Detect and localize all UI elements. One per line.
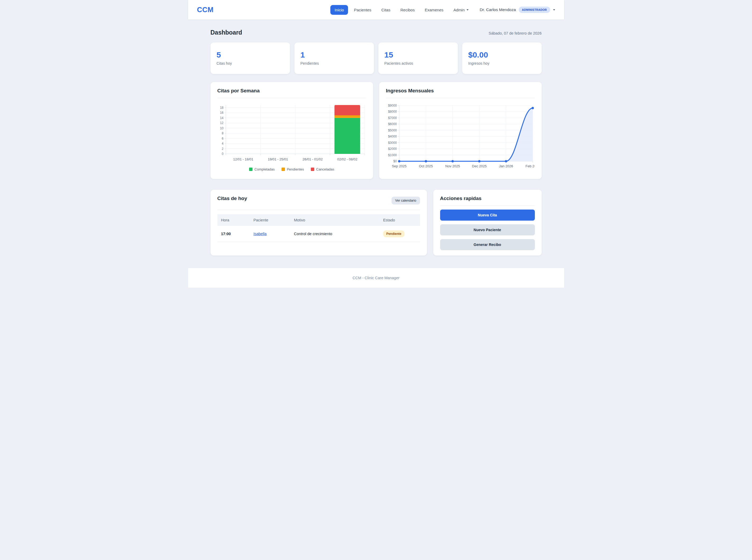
stat-value: 1 <box>301 51 368 59</box>
stats-row: 5 Citas hoy 1 Pendientes 15 Pacientes ac… <box>210 42 542 74</box>
svg-text:Jan 2026: Jan 2026 <box>499 164 513 168</box>
svg-text:10: 10 <box>220 126 223 130</box>
bottom-row: Citas de hoy Ver calendario Hora Pacient… <box>210 190 542 256</box>
generate-receipt-button[interactable]: Generar Recibo <box>440 239 535 250</box>
status-badge: Pendiente <box>383 231 405 237</box>
todays-appointments-card: Citas de hoy Ver calendario Hora Pacient… <box>210 190 427 256</box>
svg-text:Nov 2025: Nov 2025 <box>445 164 460 168</box>
new-patient-button[interactable]: Nuevo Paciente <box>440 224 535 235</box>
quick-actions-card: Acciones rapidas Nueva Cita Nuevo Pacien… <box>433 190 542 256</box>
stat-card-citas-hoy: 5 Citas hoy <box>210 42 290 74</box>
chart-title: Citas por Semana <box>218 88 366 94</box>
new-appointment-button[interactable]: Nueva Cita <box>440 209 535 221</box>
nav-item-label: Examenes <box>425 8 444 12</box>
table-row: 17:00 Isabella Control de crecimiento Pe… <box>218 226 420 242</box>
svg-text:26/01 - 01/02: 26/01 - 01/02 <box>302 157 323 161</box>
legend-swatch <box>311 167 314 171</box>
svg-text:$7000: $7000 <box>388 116 397 120</box>
nav-item-recibos[interactable]: Recibos <box>396 5 419 15</box>
stat-label: Ingresos hoy <box>468 61 536 65</box>
appointments-table: Hora Paciente Motivo Estado 17:00 Isabel… <box>218 214 420 242</box>
chevron-down-icon <box>467 9 469 11</box>
app-footer: CCM - Clinic Care Manager <box>188 268 564 288</box>
user-name[interactable]: Dr. Carlos Mendoza <box>480 7 516 12</box>
svg-text:$1000: $1000 <box>388 153 397 157</box>
page-head: Dashboard Sábado, 07 de febrero de 2026 <box>210 29 542 36</box>
svg-text:$6000: $6000 <box>388 122 397 126</box>
nav-item-examenes[interactable]: Examenes <box>421 5 448 15</box>
footer-text: CCM - Clinic Care Manager <box>352 276 400 280</box>
divider <box>218 210 420 210</box>
stat-card-pendientes: 1 Pendientes <box>294 42 374 74</box>
stat-card-pacientes-activos: 15 Pacientes activos <box>379 42 458 74</box>
monthly-revenue-card: Ingresos Mensuales $0$1000$2000$3000$400… <box>379 82 542 179</box>
stat-value: 5 <box>217 51 284 59</box>
svg-text:6: 6 <box>222 137 223 140</box>
page: CCM Inicio Pacientes Citas Recibos Exame… <box>188 0 564 288</box>
svg-text:18: 18 <box>220 106 223 109</box>
nav-item-label: Recibos <box>400 8 414 12</box>
legend-label: Pendientes <box>287 167 304 171</box>
svg-text:$8000: $8000 <box>388 110 397 114</box>
app-logo[interactable]: CCM <box>197 6 214 14</box>
chart-title: Ingresos Mensuales <box>386 88 535 94</box>
divider <box>440 205 535 206</box>
nav-item-citas[interactable]: Citas <box>377 5 394 15</box>
column-header-hora: Hora <box>218 214 250 226</box>
stat-label: Citas hoy <box>217 61 284 65</box>
svg-text:$3000: $3000 <box>388 141 397 145</box>
divider <box>386 98 535 98</box>
svg-text:$2000: $2000 <box>388 147 397 151</box>
divider <box>218 98 366 98</box>
svg-text:2: 2 <box>222 147 223 151</box>
svg-text:4: 4 <box>222 142 223 145</box>
page-title: Dashboard <box>210 29 242 36</box>
nav-item-admin[interactable]: Admin <box>449 5 473 15</box>
stat-label: Pendientes <box>301 61 368 65</box>
legend-item: Canceladas <box>311 167 334 171</box>
appointments-header: Citas de hoy Ver calendario <box>218 196 420 205</box>
current-date: Sábado, 07 de febrero de 2026 <box>489 31 542 35</box>
quick-actions-title: Acciones rapidas <box>440 196 535 201</box>
nav-item-label: Citas <box>381 8 390 12</box>
nav-item-inicio[interactable]: Inicio <box>330 5 348 15</box>
chevron-down-icon[interactable] <box>553 9 555 11</box>
monthly-revenue-chart: $0$1000$2000$3000$4000$5000$6000$7000$80… <box>386 103 535 172</box>
legend-item: Completadas <box>249 167 275 171</box>
role-badge: ADMINISTRADOR <box>519 6 550 13</box>
svg-text:12/01 - 18/01: 12/01 - 18/01 <box>233 157 253 161</box>
column-header-estado: Estado <box>380 214 420 226</box>
column-header-motivo: Motivo <box>290 214 380 226</box>
legend-swatch <box>282 167 285 171</box>
weekly-appointments-card: Citas por Semana 02468101214161812/01 - … <box>210 82 373 179</box>
svg-text:Dec 2025: Dec 2025 <box>472 164 487 168</box>
view-calendar-button[interactable]: Ver calendario <box>391 197 420 204</box>
chart-legend: CompletadasPendientesCanceladas <box>218 167 366 171</box>
svg-text:Oct 2025: Oct 2025 <box>419 164 433 168</box>
legend-item: Pendientes <box>282 167 304 171</box>
svg-text:$0: $0 <box>393 159 397 163</box>
svg-text:16: 16 <box>220 111 223 115</box>
appointments-title: Citas de hoy <box>218 196 247 201</box>
svg-text:$9000: $9000 <box>388 104 397 107</box>
table-header-row: Hora Paciente Motivo Estado <box>218 214 420 226</box>
charts-row: Citas por Semana 02468101214161812/01 - … <box>210 82 542 179</box>
appointment-reason: Control de crecimiento <box>290 226 380 242</box>
svg-text:14: 14 <box>220 116 223 120</box>
main-content: Dashboard Sábado, 07 de febrero de 2026 … <box>210 20 542 268</box>
user-menu[interactable]: Dr. Carlos Mendoza ADMINISTRADOR <box>480 6 555 13</box>
legend-label: Completadas <box>255 167 275 171</box>
nav-item-pacientes[interactable]: Pacientes <box>350 5 375 15</box>
stat-value: $0.00 <box>468 51 536 59</box>
svg-text:Sep 2025: Sep 2025 <box>392 164 407 168</box>
nav-item-label: Inicio <box>334 8 344 12</box>
svg-text:12: 12 <box>220 121 223 125</box>
patient-link[interactable]: Isabella <box>253 232 266 236</box>
svg-text:Feb 2026: Feb 2026 <box>525 164 534 168</box>
app-header: CCM Inicio Pacientes Citas Recibos Exame… <box>188 0 564 20</box>
stat-card-ingresos-hoy: $0.00 Ingresos hoy <box>462 42 542 74</box>
column-header-paciente: Paciente <box>250 214 290 226</box>
stat-label: Pacientes activos <box>384 61 452 65</box>
legend-label: Canceladas <box>316 167 334 171</box>
svg-text:0: 0 <box>222 152 223 156</box>
